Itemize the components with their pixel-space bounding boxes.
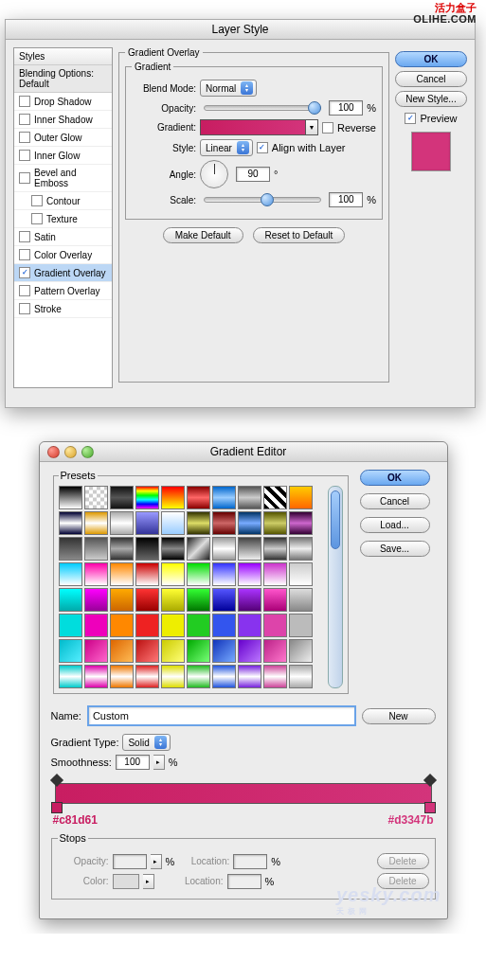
- preset-swatch[interactable]: [212, 614, 236, 637]
- preset-swatch[interactable]: [289, 537, 313, 561]
- cancel-button[interactable]: Cancel: [360, 493, 430, 509]
- stop-opacity-dropdown-icon[interactable]: ▸: [151, 854, 162, 869]
- style-item-inner-shadow[interactable]: Inner Shadow: [14, 111, 112, 129]
- style-checkbox[interactable]: [19, 267, 30, 278]
- style-checkbox[interactable]: [19, 150, 30, 161]
- opacity-field[interactable]: 100: [329, 100, 363, 116]
- preset-swatch[interactable]: [135, 588, 159, 612]
- style-checkbox[interactable]: [19, 172, 30, 184]
- style-select[interactable]: Linear ▴▾: [200, 139, 253, 156]
- make-default-button[interactable]: Make Default: [163, 227, 243, 243]
- blending-options-default[interactable]: Blending Options: Default: [14, 65, 112, 93]
- preset-swatch[interactable]: [289, 639, 313, 663]
- preset-swatch[interactable]: [263, 639, 287, 663]
- preset-swatch[interactable]: [84, 639, 108, 663]
- preset-swatch[interactable]: [84, 511, 108, 535]
- preset-swatch[interactable]: [84, 588, 108, 612]
- ok-button[interactable]: OK: [360, 470, 430, 486]
- preset-swatch[interactable]: [110, 486, 134, 509]
- preset-swatch[interactable]: [263, 614, 287, 637]
- style-checkbox[interactable]: [31, 195, 43, 206]
- preset-swatch[interactable]: [135, 562, 159, 586]
- delete-opacity-stop-button[interactable]: Delete: [377, 853, 429, 869]
- preset-swatch[interactable]: [263, 665, 287, 688]
- preset-swatch[interactable]: [212, 639, 236, 663]
- preset-swatch[interactable]: [289, 511, 313, 535]
- ok-button[interactable]: OK: [395, 51, 467, 67]
- preset-swatch[interactable]: [59, 588, 82, 612]
- preset-swatch[interactable]: [263, 537, 287, 561]
- preset-swatch[interactable]: [161, 511, 185, 535]
- color-stop-left[interactable]: [51, 802, 63, 813]
- styles-header[interactable]: Styles: [14, 48, 112, 65]
- style-checkbox[interactable]: [31, 213, 43, 224]
- stop-location-field[interactable]: [233, 854, 267, 869]
- preset-swatch[interactable]: [110, 614, 134, 637]
- gradient-type-select[interactable]: Solid ▴▾: [122, 734, 170, 751]
- stop-color-swatch[interactable]: [113, 874, 139, 889]
- preset-swatch[interactable]: [135, 486, 159, 509]
- reset-default-button[interactable]: Reset to Default: [253, 227, 346, 243]
- preset-swatch[interactable]: [59, 486, 82, 509]
- preset-swatch[interactable]: [238, 588, 261, 612]
- preset-swatch[interactable]: [238, 639, 261, 663]
- new-button[interactable]: New: [362, 708, 436, 724]
- preset-swatch[interactable]: [110, 639, 134, 663]
- preset-swatch[interactable]: [187, 639, 210, 663]
- slider-knob-icon[interactable]: [308, 101, 321, 115]
- preset-swatch[interactable]: [161, 614, 185, 637]
- preset-swatch[interactable]: [212, 665, 236, 688]
- preset-swatch[interactable]: [187, 537, 210, 561]
- stop-location2-field[interactable]: [227, 874, 261, 889]
- name-field[interactable]: Custom: [87, 705, 356, 726]
- style-checkbox[interactable]: [19, 285, 30, 296]
- stop-opacity-field[interactable]: [113, 854, 147, 869]
- gradient-swatch[interactable]: [200, 119, 306, 135]
- preset-swatch[interactable]: [212, 562, 236, 586]
- preset-swatch[interactable]: [263, 511, 287, 535]
- reverse-checkbox[interactable]: [322, 122, 333, 134]
- preset-swatch[interactable]: [212, 588, 236, 612]
- minimize-icon[interactable]: [64, 446, 77, 458]
- style-item-contour[interactable]: Contour: [14, 192, 112, 210]
- new-style-button[interactable]: New Style...: [395, 91, 467, 107]
- style-checkbox[interactable]: [19, 114, 30, 125]
- style-item-texture[interactable]: Texture: [14, 210, 112, 228]
- preset-swatch[interactable]: [238, 537, 261, 561]
- preset-swatch[interactable]: [110, 588, 134, 612]
- preset-swatch[interactable]: [187, 665, 210, 688]
- style-item-satin[interactable]: Satin: [14, 228, 112, 246]
- preset-swatch[interactable]: [289, 588, 313, 612]
- style-item-stroke[interactable]: Stroke: [14, 300, 112, 318]
- preset-swatch[interactable]: [161, 486, 185, 509]
- gradient-dropdown-icon[interactable]: ▼: [306, 119, 318, 135]
- preset-swatch[interactable]: [161, 562, 185, 586]
- color-stop-right[interactable]: [424, 802, 436, 813]
- delete-color-stop-button[interactable]: Delete: [377, 873, 429, 889]
- style-item-inner-glow[interactable]: Inner Glow: [14, 147, 112, 165]
- style-checkbox[interactable]: [19, 231, 30, 242]
- style-item-color-overlay[interactable]: Color Overlay: [14, 246, 112, 264]
- style-item-drop-shadow[interactable]: Drop Shadow: [14, 93, 112, 111]
- preset-swatch[interactable]: [59, 639, 82, 663]
- style-item-bevel-and-emboss[interactable]: Bevel and Emboss: [14, 165, 112, 192]
- preset-swatch[interactable]: [263, 588, 287, 612]
- angle-dial[interactable]: [200, 160, 228, 188]
- style-item-outer-glow[interactable]: Outer Glow: [14, 129, 112, 147]
- preset-swatch[interactable]: [59, 537, 82, 561]
- stop-color-dropdown-icon[interactable]: ▸: [143, 874, 154, 889]
- scale-slider[interactable]: [204, 197, 321, 203]
- preset-swatch[interactable]: [59, 511, 82, 535]
- zoom-icon[interactable]: [81, 446, 94, 458]
- preset-swatch[interactable]: [110, 537, 134, 561]
- cancel-button[interactable]: Cancel: [395, 71, 467, 87]
- style-checkbox[interactable]: [19, 96, 30, 107]
- preset-swatch[interactable]: [84, 562, 108, 586]
- angle-field[interactable]: 90: [236, 167, 270, 182]
- preset-swatch[interactable]: [238, 614, 261, 637]
- preset-swatch[interactable]: [84, 665, 108, 688]
- preset-swatch[interactable]: [161, 639, 185, 663]
- preset-swatch[interactable]: [135, 614, 159, 637]
- preset-swatch[interactable]: [84, 486, 108, 509]
- style-checkbox[interactable]: [19, 132, 30, 143]
